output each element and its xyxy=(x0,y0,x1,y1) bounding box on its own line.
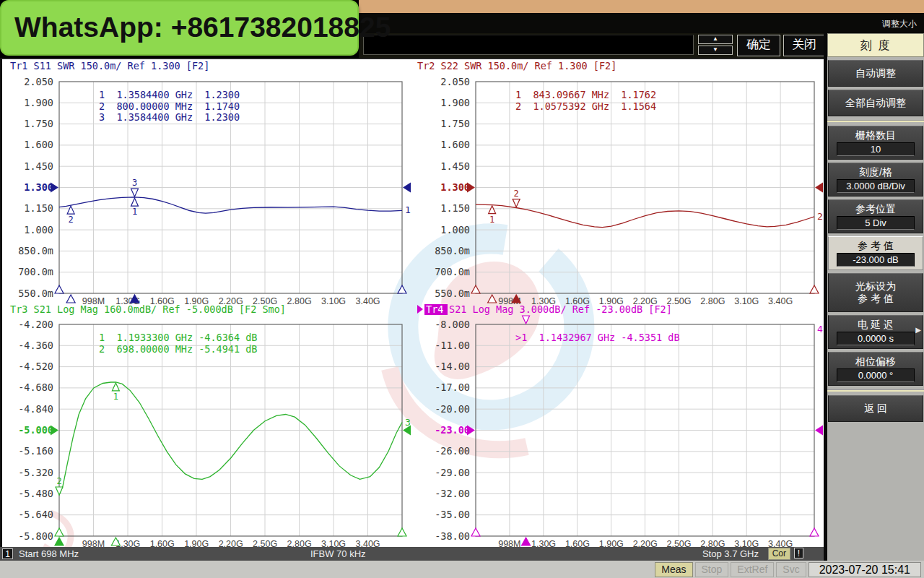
ref-position-group-value: 5 Div xyxy=(837,216,915,230)
y-tick-label: 850.0m xyxy=(18,245,53,256)
size-stepper: ▲ ▼ xyxy=(698,35,733,55)
ref-level-arrow-right-icon xyxy=(403,183,411,193)
x-tick-label: 1.90G xyxy=(184,539,209,547)
marker-triangle-icon xyxy=(131,189,138,197)
chevron-down-icon[interactable]: ▼ xyxy=(698,46,733,55)
marker-number-label: 2 xyxy=(69,215,74,225)
ref-value-group-value: -23.000 dB xyxy=(837,253,915,267)
trace-header-label: Tr3 S21 Log Mag 160.0mdB/ Ref -5.000dB [… xyxy=(10,303,286,315)
trace-number-label: 4 xyxy=(817,324,823,335)
electrical-delay-group[interactable]: 电 延 迟0.0000 s▶ xyxy=(828,315,923,349)
y-tick-label: 1.150 xyxy=(440,202,470,214)
resize-dialog-row: ▲ ▼ 确定 关闭 xyxy=(359,33,827,58)
grid-count-group-value: 10 xyxy=(837,142,915,156)
extref-status-badge: ExtRef xyxy=(731,562,774,577)
axis-corner-marker-icon xyxy=(55,285,64,293)
auto-scale-button[interactable]: 自动调整 xyxy=(828,60,923,87)
size-input-field[interactable] xyxy=(363,35,694,55)
ref-value-group[interactable]: 参 考 值-23.000 dB xyxy=(828,236,923,270)
watermark-logo-icon xyxy=(43,238,579,547)
warning-badge: ! xyxy=(794,548,803,558)
marker-number-label: 1 xyxy=(132,207,137,217)
y-tick-label: 1.000 xyxy=(24,224,53,236)
axis-marker-icon xyxy=(522,538,531,545)
marker-readout-line: 3 1.3584400 GHz 1.2300 xyxy=(99,111,240,123)
y-tick-label: -5.640 xyxy=(18,509,53,520)
y-tick-label: 1.900 xyxy=(24,97,53,108)
axis-corner-marker-icon xyxy=(55,528,64,536)
chevron-right-icon: ▶ xyxy=(915,326,921,334)
resize-dialog-title: 调整大小 xyxy=(882,18,917,30)
svc-status-badge: Svc xyxy=(776,562,806,577)
channel-number-badge: 1 xyxy=(2,548,13,559)
chart-tr1: 2.0501.9001.7501.6001.4501.3001.1501.000… xyxy=(10,60,411,306)
y-tick-label: 700.0m xyxy=(18,266,53,277)
x-tick-label: 2.20G xyxy=(219,539,243,547)
y-tick-label: -5.800 xyxy=(18,530,53,542)
y-tick-label: -38.00 xyxy=(435,530,470,542)
scale-menu-title: 刻 度 xyxy=(827,33,924,57)
marker-to-ref-button[interactable]: 光标设为参 考 值 xyxy=(828,273,923,312)
x-tick-label: 2.50G xyxy=(253,539,277,547)
y-tick-label: -4.840 xyxy=(18,403,53,415)
ifbw-label: IFBW 70 kHz xyxy=(310,548,366,559)
y-tick-label: 1.000 xyxy=(440,224,470,236)
ok-button[interactable]: 确定 xyxy=(737,35,780,56)
x-tick-label: 2.80G xyxy=(287,539,312,547)
x-tick-label: 1.30G xyxy=(531,539,556,547)
whatsapp-banner-text: WhatsApp: +8617382018825 xyxy=(1,1,357,53)
y-tick-label: -4.200 xyxy=(18,319,53,330)
trace-number-label: 1 xyxy=(405,204,411,215)
y-tick-label: -14.00 xyxy=(435,361,470,372)
y-tick-label: -20.00 xyxy=(435,403,470,415)
trace-number-label: 3 xyxy=(405,417,411,428)
y-tick-label: 1.450 xyxy=(440,160,470,172)
y-tick-label: 2.050 xyxy=(24,76,53,87)
y-tick-label: -11.00 xyxy=(435,340,470,351)
scale-menu-sidebar: 刻 度 自动调整全部自动调整栅格数目10刻度/格3.0000 dB/Div参考位… xyxy=(827,33,924,561)
marker-readout-line: >1 1.1432967 GHz -4.5351 dB xyxy=(515,332,680,343)
dialog-title-bar: 调整大小 xyxy=(359,13,924,33)
correction-status-badge: Cor xyxy=(768,548,790,560)
x-tick-label: 2.80G xyxy=(700,539,725,547)
marker-readout-line: 2 698.00000 MHz -5.4941 dB xyxy=(99,343,257,355)
y-tick-label: -23.00 xyxy=(435,424,470,436)
y-tick-label: 2.050 xyxy=(440,76,470,87)
y-tick-label: 1.300 xyxy=(24,181,53,193)
x-tick-label: 3.10G xyxy=(321,296,346,306)
x-tick-label: 1.90G xyxy=(599,539,624,547)
x-tick-label: 2.80G xyxy=(700,296,725,306)
ref-level-arrow-left-icon xyxy=(51,426,58,436)
sidebar-separator xyxy=(827,389,924,392)
back-button[interactable]: 返 回 xyxy=(828,395,923,422)
marker-triangle-icon xyxy=(131,198,138,206)
marker-number-label: 2 xyxy=(56,476,61,486)
marker-readout-line: 2 1.0575392 GHz 1.1564 xyxy=(515,100,656,112)
y-tick-label: -5.000 xyxy=(18,424,53,436)
y-tick-label: 1.900 xyxy=(440,97,470,108)
scale-per-div-group-value: 3.0000 dB/Div xyxy=(837,179,915,193)
marker-triangle-icon xyxy=(513,199,520,207)
chevron-up-icon[interactable]: ▲ xyxy=(698,35,733,44)
auto-scale-all-button[interactable]: 全部自动调整 xyxy=(828,90,923,116)
ref-position-group[interactable]: 参考位置5 Div xyxy=(828,199,923,233)
sidebar-separator xyxy=(827,120,924,122)
x-tick-label: 2.20G xyxy=(633,539,658,547)
scale-per-div-group[interactable]: 刻度/格3.0000 dB/Div xyxy=(828,163,923,197)
y-tick-label: -5.320 xyxy=(18,467,53,478)
phase-offset-group[interactable]: 相位偏移0.0000 ° xyxy=(828,352,923,386)
grid-count-group[interactable]: 栅格数目10 xyxy=(828,126,923,160)
close-button[interactable]: 关闭 xyxy=(783,35,825,56)
y-tick-label: 700.0m xyxy=(435,266,470,277)
axis-marker-icon xyxy=(55,538,64,545)
axis-corner-marker-icon xyxy=(398,528,406,536)
x-tick-label: 3.40G xyxy=(356,296,380,306)
y-tick-label: -35.00 xyxy=(435,509,470,520)
marker-triangle-icon xyxy=(489,206,496,214)
x-tick-label: 998M xyxy=(82,539,105,547)
marker-readout-line: 1 843.09667 MHz 1.1762 xyxy=(515,89,656,100)
phase-offset-group-value: 0.0000 ° xyxy=(837,368,915,382)
y-tick-label: 550.0m xyxy=(18,288,53,299)
y-tick-label: 850.0m xyxy=(435,245,470,256)
scale-menu-items: 自动调整全部自动调整栅格数目10刻度/格3.0000 dB/Div参考位置5 D… xyxy=(827,57,924,422)
